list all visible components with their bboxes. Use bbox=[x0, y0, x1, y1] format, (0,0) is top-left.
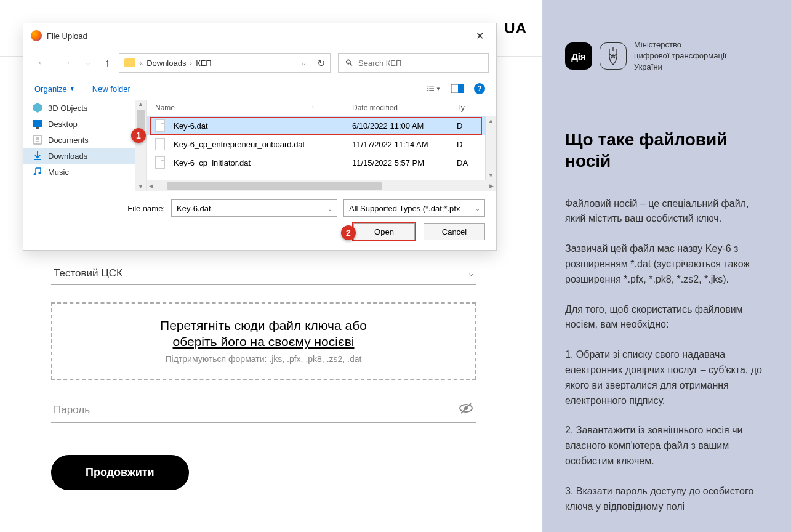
nav-up-icon[interactable]: ↑ bbox=[98, 53, 116, 73]
tree-scrollbar[interactable]: ▲ ▼ bbox=[135, 100, 146, 191]
svg-rect-5 bbox=[429, 90, 434, 91]
tree-item-documents[interactable]: Documents bbox=[23, 132, 135, 148]
dialog-title: File Upload bbox=[47, 31, 471, 41]
search-box[interactable]: 🔍︎ bbox=[338, 53, 489, 73]
annotation-marker-2: 2 bbox=[341, 225, 356, 240]
chevron-icon: › bbox=[190, 59, 192, 66]
file-row[interactable]: Key-6_cp_initiator.dat 11/15/2022 5:57 P… bbox=[147, 153, 485, 172]
tree-item-label: Desktop bbox=[48, 119, 78, 129]
svg-rect-4 bbox=[427, 90, 428, 91]
svg-marker-8 bbox=[33, 103, 42, 113]
path-segment[interactable]: Downloads bbox=[147, 58, 186, 68]
file-row[interactable]: Key-6.dat 6/10/2022 11:00 AM D bbox=[147, 116, 485, 135]
tree-item-downloads[interactable]: Downloads bbox=[23, 148, 135, 164]
file-type-filter[interactable]: All Supported Types (*.dat;*.pfx ⌵ bbox=[343, 200, 485, 217]
files-h-scrollbar[interactable]: ◀ ▶ bbox=[147, 180, 496, 191]
close-button[interactable]: ✕ bbox=[471, 28, 489, 44]
nav-dropdown-icon[interactable]: ⌵ bbox=[80, 56, 96, 70]
file-date: 11/17/2022 11:14 AM bbox=[352, 140, 457, 149]
scroll-left-icon[interactable]: ◀ bbox=[147, 183, 156, 189]
file-name: Key-6.dat bbox=[174, 121, 208, 131]
downloads-icon bbox=[32, 151, 43, 161]
search-input[interactable] bbox=[358, 58, 482, 68]
sidebar-paragraph: 2. Завантажити із зовнішнього носія чи в… bbox=[565, 423, 768, 469]
visibility-off-icon[interactable] bbox=[459, 402, 473, 417]
sidebar-paragraph: Зазвичай цей файл має назву Key-6 з розш… bbox=[565, 241, 768, 287]
sidebar-paragraph: Для того, щоб скористатись файловим носі… bbox=[565, 302, 768, 333]
provider-select[interactable]: Тестовий ЦСК ⌵ bbox=[51, 262, 476, 285]
open-button[interactable]: Open bbox=[353, 223, 415, 240]
preview-pane-icon[interactable] bbox=[451, 83, 464, 94]
ukraine-emblem-icon bbox=[600, 42, 627, 70]
chevron-down-icon[interactable]: ⌵ bbox=[328, 205, 332, 212]
scroll-up-icon[interactable]: ▲ bbox=[486, 116, 496, 125]
scroll-right-icon[interactable]: ▶ bbox=[487, 183, 496, 189]
file-type: DA bbox=[457, 158, 476, 167]
sidebar-paragraph: 3. Вказати пароль доступу до особистого … bbox=[565, 484, 768, 515]
column-header-name[interactable]: Name⌃ bbox=[155, 103, 352, 112]
chevron-down-icon: ▼ bbox=[436, 86, 441, 92]
organize-button[interactable]: Organize ▼ bbox=[34, 84, 75, 94]
file-dropzone[interactable]: Перетягніть сюди файл ключа або оберіть … bbox=[51, 302, 476, 380]
tree-item-3d-objects[interactable]: 3D Objects bbox=[23, 100, 135, 116]
scroll-down-icon[interactable]: ▼ bbox=[135, 182, 146, 191]
dropzone-text: Перетягніть сюди файл ключа або bbox=[67, 318, 460, 333]
nav-forward-icon[interactable]: → bbox=[55, 54, 78, 72]
scroll-down-icon[interactable]: ▼ bbox=[486, 171, 496, 180]
file-icon bbox=[155, 119, 165, 132]
column-header-type[interactable]: Ty bbox=[457, 103, 488, 112]
path-segment[interactable]: КЕП bbox=[196, 58, 212, 68]
scroll-up-icon[interactable]: ▲ bbox=[135, 100, 146, 108]
scroll-thumb[interactable] bbox=[167, 182, 382, 190]
svg-point-16 bbox=[34, 173, 36, 175]
column-header-date[interactable]: Date modified bbox=[352, 103, 457, 112]
file-type: D bbox=[457, 140, 476, 149]
refresh-icon[interactable]: ↻ bbox=[317, 57, 325, 69]
file-icon bbox=[155, 156, 165, 169]
tree-item-label: Music bbox=[48, 167, 69, 177]
tree-item-desktop[interactable]: Desktop bbox=[23, 116, 135, 132]
cancel-button[interactable]: Cancel bbox=[424, 223, 485, 240]
tree-item-label: Documents bbox=[48, 135, 89, 145]
list-view-icon[interactable]: ▼ bbox=[427, 83, 441, 94]
chevron-down-icon: ⌵ bbox=[469, 269, 473, 278]
path-dropdown-icon[interactable]: ⌵ bbox=[302, 59, 306, 67]
file-date: 11/15/2022 5:57 PM bbox=[352, 158, 457, 167]
annotation-marker-1: 1 bbox=[131, 128, 146, 143]
filename-input[interactable]: Key-6.dat ⌵ bbox=[171, 200, 337, 217]
file-type: D bbox=[457, 121, 476, 131]
firefox-icon bbox=[31, 30, 42, 41]
chevron-down-icon: ▼ bbox=[70, 86, 75, 92]
sidebar-paragraph: Файловий носій – це спеціальний файл, як… bbox=[565, 196, 768, 227]
tree-item-music[interactable]: Music bbox=[23, 164, 135, 180]
svg-rect-2 bbox=[427, 88, 428, 89]
file-row[interactable]: Key-6_cp_entrepreneur_onboard.dat 11/17/… bbox=[147, 135, 485, 153]
svg-point-17 bbox=[39, 172, 41, 174]
desktop-icon bbox=[32, 119, 43, 129]
password-input[interactable]: Пароль bbox=[51, 397, 476, 423]
new-folder-button[interactable]: New folder bbox=[92, 84, 130, 94]
continue-button[interactable]: Продовжити bbox=[51, 455, 189, 490]
music-icon bbox=[32, 167, 43, 177]
file-upload-dialog: File Upload ✕ ← → ⌵ ↑ « Downloads › КЕП … bbox=[23, 23, 497, 251]
info-sidebar: Дія Міністерство цифрової трансформації … bbox=[542, 0, 791, 532]
files-scrollbar[interactable]: ▲ ▼ bbox=[485, 116, 496, 180]
path-breadcrumb[interactable]: « Downloads › КЕП ⌵ ↻ bbox=[119, 53, 331, 73]
dropzone-hint: Підтримуються формати: .jks, .pfx, .pk8,… bbox=[67, 354, 460, 364]
folder-icon bbox=[124, 58, 135, 67]
chevron-down-icon[interactable]: ⌵ bbox=[476, 205, 480, 212]
provider-value: Тестовий ЦСК bbox=[54, 267, 122, 280]
nav-back-icon[interactable]: ← bbox=[31, 54, 53, 72]
documents-icon bbox=[32, 135, 43, 145]
dropzone-link[interactable]: оберіть його на своєму носієві bbox=[67, 334, 460, 349]
help-icon[interactable]: ? bbox=[474, 83, 485, 94]
sidebar-title: Що таке файловий носій bbox=[565, 129, 768, 172]
chevron-icon: « bbox=[139, 59, 143, 66]
sidebar-paragraph: 1. Обрати зі списку свого надавача елект… bbox=[565, 347, 768, 408]
filename-label: File name: bbox=[127, 204, 165, 213]
file-name: Key-6_cp_initiator.dat bbox=[174, 158, 251, 167]
search-icon: 🔍︎ bbox=[345, 58, 353, 68]
svg-rect-7 bbox=[458, 84, 464, 93]
3d-objects-icon bbox=[32, 103, 43, 113]
ministry-label: Міністерство цифрової трансформації Укра… bbox=[634, 39, 726, 73]
